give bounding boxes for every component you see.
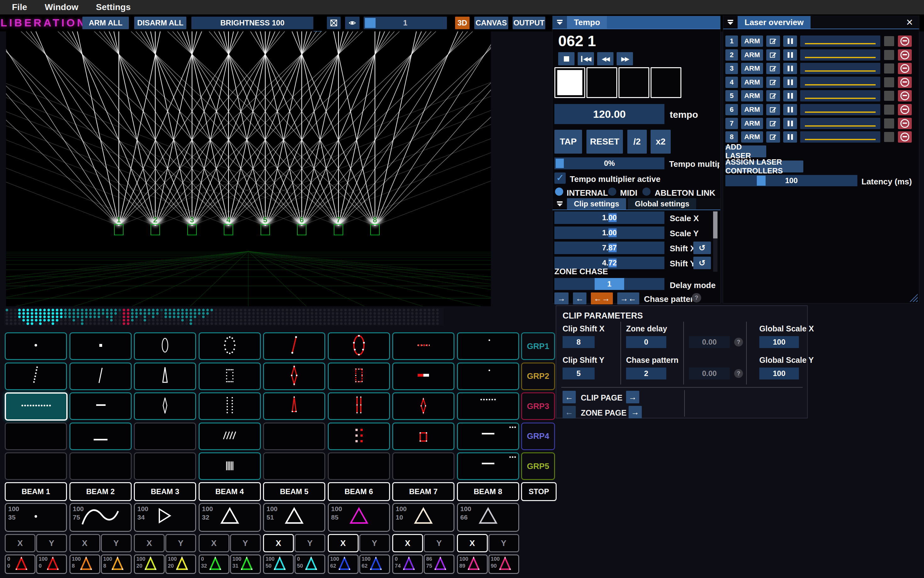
- clip-cell-r3-c5[interactable]: [263, 392, 325, 420]
- settings-scrollbar[interactable]: [713, 211, 717, 272]
- chase-pattern-4-button[interactable]: →←: [617, 292, 639, 304]
- beam-fader-7[interactable]: 10010: [392, 503, 454, 532]
- xy-toggle-4-x[interactable]: X: [198, 534, 229, 552]
- laser-edit-icon-7[interactable]: [766, 118, 780, 129]
- group-button-grp2[interactable]: GRP2: [521, 362, 555, 390]
- beam-button-1[interactable]: BEAM 1: [5, 482, 67, 501]
- tempo-x2-button[interactable]: x2: [651, 130, 671, 154]
- clip-cell-r3-c3[interactable]: [134, 392, 196, 420]
- beam-button-2[interactable]: BEAM 2: [70, 482, 132, 501]
- laser-arm-button-3[interactable]: ARM: [741, 63, 763, 74]
- clip-cell-r4-c5[interactable]: [263, 422, 325, 450]
- clock-source-radio-ableton-link[interactable]: [643, 188, 651, 196]
- beam-fader-6[interactable]: 10085: [328, 503, 390, 532]
- clip-cell-r1-c3[interactable]: [134, 332, 196, 360]
- disarm-all-button[interactable]: DISARM ALL: [134, 17, 186, 29]
- laser-pause-icon-6[interactable]: [783, 104, 797, 115]
- clip-cell-r1-c4[interactable]: [198, 332, 261, 360]
- beam-fader-4[interactable]: 10032: [198, 503, 261, 532]
- laser-pause-icon-3[interactable]: [783, 63, 797, 74]
- laser-color-swatch-3[interactable]: [884, 63, 894, 73]
- xy-toggle-5-x[interactable]: X: [263, 534, 294, 552]
- xy-toggle-3-x[interactable]: X: [134, 534, 165, 552]
- laser-edit-icon-8[interactable]: [766, 131, 780, 143]
- laser-edit-icon-2[interactable]: [766, 49, 780, 61]
- setting-field-scale-x[interactable]: 1.00: [555, 211, 664, 224]
- reset-icon[interactable]: ↺: [693, 257, 711, 269]
- eye-icon[interactable]: [345, 17, 360, 29]
- laser-disable-button-7[interactable]: [898, 118, 912, 129]
- laser-color-swatch-7[interactable]: [884, 119, 894, 128]
- collapse-laser-icon[interactable]: [723, 16, 738, 29]
- zone-page-prev-button[interactable]: ←: [563, 406, 576, 419]
- zone-cell-14[interactable]: 8675: [424, 554, 454, 574]
- param-field-extra-1[interactable]: 0.00: [689, 367, 730, 380]
- chase-help-icon[interactable]: ?: [692, 293, 701, 302]
- laser-disable-button-2[interactable]: [898, 49, 912, 61]
- tempo-div2-button[interactable]: /2: [627, 130, 647, 154]
- laser-color-swatch-4[interactable]: [884, 77, 894, 87]
- box-x-icon[interactable]: [327, 17, 341, 29]
- clip-cell-r2-c6[interactable]: [328, 362, 390, 390]
- laser-color-swatch-2[interactable]: [884, 50, 894, 60]
- clip-cell-r1-c1[interactable]: [5, 332, 67, 360]
- xy-toggle-8-x[interactable]: X: [457, 534, 488, 552]
- xy-toggle-4-y[interactable]: Y: [230, 534, 261, 552]
- clip-cell-r3-c6[interactable]: [328, 392, 390, 420]
- clock-source-radio-midi[interactable]: [608, 188, 616, 196]
- beam-button-4[interactable]: BEAM 4: [198, 482, 261, 501]
- laser-level-bar-7[interactable]: [800, 118, 880, 129]
- laser-arm-button-6[interactable]: ARM: [741, 104, 763, 115]
- clip-cell-r2-c4[interactable]: [198, 362, 261, 390]
- param-field-extra-0[interactable]: 0.00: [689, 336, 730, 348]
- clip-cell-r5-c6[interactable]: [328, 452, 390, 480]
- laser-level-bar-5[interactable]: [800, 90, 880, 101]
- beam-fader-1[interactable]: 10035: [5, 503, 67, 532]
- param-field-zone-delay[interactable]: 0: [626, 336, 666, 348]
- resize-grip[interactable]: [909, 294, 918, 302]
- setting-field-scale-y[interactable]: 1.00: [555, 226, 664, 239]
- zone-cell-9[interactable]: 10050: [263, 554, 294, 574]
- zone-cell-12[interactable]: 10062: [359, 554, 390, 574]
- laser-edit-icon-4[interactable]: [766, 77, 780, 88]
- clip-cell-r3-c4[interactable]: [198, 392, 261, 420]
- tab-laser-overview[interactable]: Laser overview: [738, 16, 810, 29]
- clip-cell-r5-c5[interactable]: [263, 452, 325, 480]
- add-laser-button[interactable]: ADD LASER: [726, 145, 766, 157]
- reset-icon[interactable]: ↺: [693, 242, 711, 254]
- zone-select-handle[interactable]: [365, 18, 376, 28]
- stop-button[interactable]: STOP: [521, 482, 556, 501]
- zone-cell-6[interactable]: 10020: [165, 554, 196, 574]
- clip-cell-r1-c8[interactable]: [457, 332, 519, 360]
- menu-item-file[interactable]: File: [12, 2, 27, 12]
- zone-cell-11[interactable]: 10062: [328, 554, 359, 574]
- clip-cell-r4-c1[interactable]: [5, 422, 67, 450]
- laser-disable-button-8[interactable]: [898, 131, 912, 143]
- laser-arm-button-5[interactable]: ARM: [741, 90, 763, 101]
- beam-button-5[interactable]: BEAM 5: [263, 482, 325, 501]
- clip-cell-r3-c1[interactable]: [5, 392, 68, 421]
- laser-edit-icon-3[interactable]: [766, 63, 780, 74]
- clip-cell-r5-c8[interactable]: [457, 452, 519, 480]
- clock-source-radio-internal[interactable]: [555, 188, 563, 196]
- tab-tempo[interactable]: Tempo: [567, 16, 607, 29]
- laser-color-swatch-8[interactable]: [884, 132, 894, 142]
- clip-cell-r2-c3[interactable]: [134, 362, 196, 390]
- clip-cell-r4-c6[interactable]: [328, 422, 390, 450]
- beam-button-3[interactable]: BEAM 3: [134, 482, 196, 501]
- clip-cell-r1-c7[interactable]: [392, 332, 454, 360]
- laser-arm-button-8[interactable]: ARM: [741, 131, 763, 143]
- laser-color-swatch-5[interactable]: [884, 91, 894, 101]
- chase-pattern-1-button[interactable]: →: [555, 292, 569, 304]
- param-field-clip-shift-y[interactable]: 5: [563, 367, 595, 380]
- collapse-settings-icon[interactable]: [553, 198, 567, 209]
- zone-select-slider[interactable]: 1: [364, 17, 447, 29]
- group-button-grp5[interactable]: GRP5: [521, 452, 555, 480]
- assign-laser-controllers-button[interactable]: ASSIGN LASER CONTROLLERS: [726, 161, 803, 172]
- group-button-grp1[interactable]: GRP1: [521, 332, 555, 360]
- clip-cell-r2-c7[interactable]: [392, 362, 454, 390]
- rewind-icon[interactable]: ◀◀: [597, 52, 613, 65]
- zone-cell-10[interactable]: 050: [294, 554, 325, 574]
- laser-color-swatch-6[interactable]: [884, 105, 894, 115]
- delay-mode-slider[interactable]: 1: [555, 278, 664, 290]
